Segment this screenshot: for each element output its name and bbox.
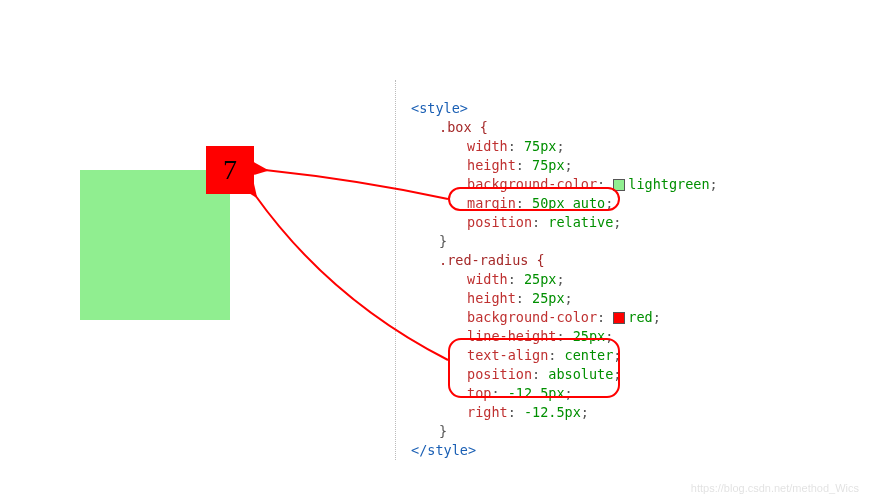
box-width-key: width <box>467 138 508 154</box>
red-lh-val: 25px <box>573 328 606 344</box>
box-bg-val: lightgreen <box>628 176 709 192</box>
box-width-val: 75px <box>524 138 557 154</box>
red-pos-key: position <box>467 366 532 382</box>
box-margin-val: 50px auto <box>532 195 605 211</box>
demo-preview: 7 <box>60 170 320 320</box>
red-right-val: -12.5px <box>524 404 581 420</box>
red-lh-key: line-height <box>467 328 556 344</box>
red-selector: .red-radius { <box>439 251 545 270</box>
badge-number: 7 <box>223 154 237 185</box>
red-width-val: 25px <box>524 271 557 287</box>
red-badge: 7 <box>206 146 254 194</box>
red-ta-key: text-align <box>467 347 548 363</box>
box-close-brace: } <box>439 232 447 251</box>
code-block: <style> .box { width: 75px; height: 75px… <box>395 80 718 460</box>
box-height-val: 75px <box>532 157 565 173</box>
box-margin-key: margin <box>467 195 516 211</box>
green-box: 7 <box>80 170 230 320</box>
box-height-key: height <box>467 157 516 173</box>
red-bg-val: red <box>628 309 652 325</box>
red-bg-key: background-color <box>467 309 597 325</box>
swatch-red-icon <box>613 312 625 324</box>
red-pos-val: absolute <box>548 366 613 382</box>
red-top-key: top <box>467 385 491 401</box>
box-selector: .box { <box>439 118 488 137</box>
style-close-tag: </style> <box>411 442 476 458</box>
swatch-lightgreen-icon <box>613 179 625 191</box>
watermark: https://blog.csdn.net/method_Wics <box>691 482 859 494</box>
red-right-key: right <box>467 404 508 420</box>
box-pos-val: relative <box>548 214 613 230</box>
red-height-key: height <box>467 290 516 306</box>
red-top-val: -12.5px <box>508 385 565 401</box>
red-height-val: 25px <box>532 290 565 306</box>
box-pos-key: position <box>467 214 532 230</box>
red-ta-val: center <box>565 347 614 363</box>
box-bg-key: background-color <box>467 176 597 192</box>
style-open-tag: <style> <box>411 100 468 116</box>
red-close-brace: } <box>439 422 447 441</box>
red-width-key: width <box>467 271 508 287</box>
